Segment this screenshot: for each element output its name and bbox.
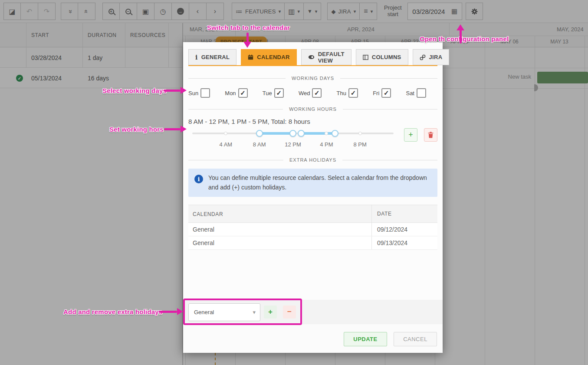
section-title: WORKING DAYS (286, 76, 340, 81)
modal-tabs: i GENERAL CALENDAR DEFAULT VIEW COLUMNS (188, 49, 437, 65)
tick-label: 8 AM (253, 141, 266, 148)
checkbox-mon[interactable] (238, 88, 248, 98)
tab-label: COLUMNS (372, 54, 401, 60)
working-interval-bar[interactable] (260, 132, 293, 135)
tab-columns[interactable]: COLUMNS (356, 49, 408, 65)
day-sun: Sun (188, 88, 210, 98)
modal-footer: UPDATE CANCEL (183, 324, 443, 353)
plus-icon: + (408, 130, 413, 139)
section-title: EXTRA HOLIDAYS (283, 157, 342, 163)
columns-icon (363, 55, 368, 60)
slider-dot-4pm (325, 132, 328, 135)
add-interval-button[interactable]: + (404, 128, 417, 142)
cancel-button[interactable]: CANCEL (394, 332, 437, 346)
working-hours-slider-row: 4 AM 8 AM 12 PM 4 PM 8 PM + (188, 128, 437, 151)
tab-label: GENERAL (201, 54, 230, 60)
day-fri: Fri (373, 88, 391, 98)
day-label: Mon (225, 90, 236, 96)
checkbox-wed[interactable] (312, 88, 322, 98)
slider-handle-8am[interactable] (256, 130, 263, 137)
tab-jira[interactable]: JIRA (413, 49, 450, 65)
tab-label: CALENDAR (257, 54, 289, 60)
annotation-set-hours: Set working hors (109, 126, 164, 133)
slider-handle-5pm[interactable] (332, 130, 338, 137)
holiday-row[interactable]: General 09/13/2024 (188, 236, 437, 250)
working-days-divider: WORKING DAYS (188, 76, 437, 81)
tab-calendar[interactable]: CALENDAR (241, 49, 296, 65)
checkbox-sun[interactable] (200, 88, 210, 98)
column-header-calendar: CALENDAR (193, 211, 223, 217)
gantt-app: ◪ ↶ ↷ « « + − ▣ ◷ → ‹ › ≔ FEATURES ▾ ▥ ▾ (0, 0, 588, 365)
day-tue: Tue (263, 88, 284, 98)
info-icon: i (194, 175, 203, 183)
column-header-date: DATE (377, 211, 392, 217)
day-mon: Mon (225, 88, 247, 98)
update-button[interactable]: UPDATE (344, 332, 387, 346)
calendar-icon (248, 54, 253, 60)
tab-default-view[interactable]: DEFAULT VIEW (301, 49, 351, 65)
working-days-row: Sun Mon Tue Wed Thu Fri Sat (188, 88, 437, 98)
holidays-table: CALENDAR DATE General 09/12/2024 General… (188, 205, 437, 250)
working-hours-summary: 8 AM - 12 PM, 1 PM - 5 PM, Total: 8 hour… (188, 118, 437, 125)
annotation-open-config: Open th configuration panel (420, 35, 509, 43)
day-wed: Wed (299, 88, 322, 98)
info-icon: i (195, 54, 198, 61)
checkbox-thu[interactable] (348, 88, 358, 98)
checkbox-fri[interactable] (381, 88, 391, 98)
info-box: i You can define multiple resource calen… (188, 169, 437, 197)
tab-label: DEFAULT VIEW (318, 51, 345, 64)
annotation-select-days: Select working days (102, 87, 167, 94)
day-sat: Sat (406, 88, 426, 98)
day-label: Fri (373, 90, 379, 96)
info-text: You can define multiple resource calenda… (208, 173, 431, 192)
holiday-calendar: General (188, 239, 371, 246)
day-thu: Thu (337, 88, 358, 98)
tick-label: 8 PM (353, 141, 366, 148)
tick-label: 4 AM (220, 141, 233, 148)
active-tab-underline (188, 65, 437, 66)
tick-label: 12 PM (285, 141, 301, 148)
trash-icon (428, 132, 434, 138)
annotation-highlight-box (183, 299, 302, 325)
working-interval-bar[interactable] (301, 132, 335, 135)
day-label: Sat (406, 90, 414, 96)
day-label: Wed (299, 90, 310, 96)
slider-handle-12pm[interactable] (289, 130, 296, 137)
working-hours-divider: WORKING HOURS (188, 106, 437, 112)
holidays-table-header: CALENDAR DATE (188, 205, 437, 223)
slider-dot-8pm (358, 132, 362, 135)
holiday-calendar: General (188, 226, 371, 233)
eye-icon (308, 55, 315, 60)
tick-label: 4 PM (320, 141, 333, 148)
link-icon (420, 54, 426, 60)
section-title: WORKING HOURS (283, 106, 343, 112)
annotation-add-remove: Add and remove extra holidays (63, 308, 162, 315)
tab-label: JIRA (429, 54, 443, 60)
day-label: Sun (188, 90, 198, 96)
day-label: Thu (337, 90, 346, 96)
holiday-date: 09/12/2024 (371, 223, 437, 236)
extra-holidays-divider: EXTRA HOLIDAYS (188, 157, 437, 163)
slider-dot-4am (224, 132, 227, 135)
holiday-date: 09/13/2024 (371, 236, 437, 249)
slider-handle-1pm[interactable] (298, 130, 305, 137)
annotation-switch-tab: Switch tab to the calendar (207, 24, 290, 31)
holiday-row[interactable]: General 09/12/2024 (188, 223, 437, 236)
checkbox-tue[interactable] (274, 88, 284, 98)
working-hours-slider[interactable]: 4 AM 8 AM 12 PM 4 PM 8 PM (192, 128, 394, 151)
tab-general[interactable]: i GENERAL (188, 49, 237, 65)
checkbox-sat[interactable] (417, 88, 426, 98)
delete-interval-button[interactable] (424, 128, 437, 142)
day-label: Tue (263, 90, 272, 96)
